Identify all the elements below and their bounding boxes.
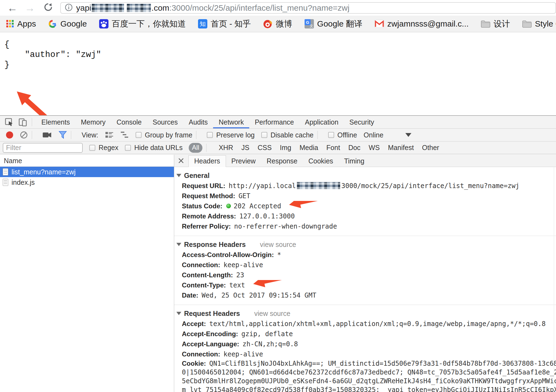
offline-toggle[interactable]: Offline [328,131,357,139]
filter-type-manifest[interactable]: Manifest [388,144,414,152]
divider [196,131,196,139]
document-icon [3,179,8,186]
tab-performance[interactable]: Performance [249,116,299,128]
divider [317,131,318,139]
filter-type-xhr[interactable]: XHR [219,144,233,152]
collapse-triangle-icon[interactable] [176,174,181,177]
censored-pixelation [92,4,124,12]
bookmark-weibo[interactable]: 微博 [263,18,292,30]
section-title[interactable]: General [184,172,210,180]
collapse-triangle-icon[interactable] [176,312,181,315]
reload-icon[interactable] [43,2,53,14]
network-main: Name list_menu?name=zwj index.js Headers… [0,155,556,392]
view-source-link[interactable]: view source [254,310,290,318]
view-list-icon[interactable] [105,131,114,139]
requests-panel: Name list_menu?name=zwj index.js [0,155,174,392]
devtools-tabbar: Elements Memory Console Sources Audits N… [0,116,556,129]
header-row-accept-encoding: Accept-Encoding: gzip, deflate [174,329,556,339]
detail-tabbar: Headers Preview Response Cookies Timing [174,155,556,167]
header-row-cookie: Cookie:QN1=ClifB1lsjNoJO4bxLAhkAg==; UM_… [174,359,556,392]
request-row-selected[interactable]: list_menu?name=zwj [0,167,174,177]
tab-console[interactable]: Console [111,116,147,128]
requests-column-header[interactable]: Name [0,155,174,167]
tab-application[interactable]: Application [299,116,344,128]
bookmark-gmail[interactable]: zwjamnsss@gmail.c... [374,19,469,28]
filter-type-js[interactable]: JS [241,144,249,152]
tab-cookies[interactable]: Cookies [303,155,339,167]
request-row[interactable]: index.js [0,177,174,188]
bookmark-google-translate[interactable]: G 文 Google 翻译 [304,18,362,30]
filter-type-img[interactable]: Img [280,144,291,152]
tab-audits[interactable]: Audits [183,116,213,128]
tab-headers[interactable]: Headers [188,155,226,167]
filter-funnel-icon[interactable] [58,131,67,139]
checkbox-icon[interactable] [89,145,95,151]
gmail-icon [374,20,384,28]
disable-cache-toggle[interactable]: Disable cache [261,131,314,139]
red-annotation-arrow [252,284,291,286]
record-icon[interactable] [6,131,13,139]
device-toolbar-icon[interactable] [18,117,28,127]
tab-memory[interactable]: Memory [75,116,111,128]
close-icon[interactable] [177,157,185,164]
censored-pixelation [127,4,151,12]
filter-type-other[interactable]: Other [422,144,439,152]
header-row-accept-language: Accept-Language: zh-CN,zh;q=0.8 [174,339,556,349]
tab-preview[interactable]: Preview [226,155,261,167]
waterfall-view-icon[interactable] [120,131,129,139]
filter-type-doc[interactable]: Doc [348,144,360,152]
address-bar[interactable]: yapi.com:3000/mock/25/api/interface/list… [60,2,556,14]
throttling-dropdown-icon[interactable] [405,133,411,137]
collapse-triangle-icon[interactable] [176,243,181,246]
header-row-referrer-policy: Referrer Policy: no-referrer-when-downgr… [174,221,556,231]
hide-data-urls-toggle[interactable]: Hide data URLs [125,144,182,152]
checkbox-icon[interactable] [136,132,142,138]
network-filterbar: Regex Hide data URLs All XHR JS CSS Img … [0,142,556,154]
filter-input[interactable] [3,143,83,153]
bookmark-folder-design[interactable]: 设计 [481,18,510,30]
filter-type-media[interactable]: Media [300,144,318,152]
checkbox-icon[interactable] [207,132,213,138]
header-row-request-method: Request Method: GET [174,191,556,201]
view-source-link[interactable]: view source [260,241,296,249]
apps-grid-icon [6,20,14,28]
bookmark-baidu[interactable]: 百度一下，你就知道 [99,18,186,30]
url-text: yapi.com:3000/mock/25/api/interface/list… [76,3,349,13]
svg-text:文: 文 [309,24,313,28]
request-detail-panel: Headers Preview Response Cookies Timing … [174,155,556,392]
regex-toggle[interactable]: Regex [89,144,118,152]
json-response-text: { "author": "zwj"} [4,39,101,70]
header-row-content-length: Content-Length: 23 [174,270,556,280]
bookmark-google[interactable]: Google [48,19,87,28]
throttling-select[interactable]: Online [364,131,383,139]
bookmark-apps[interactable]: Apps [6,19,36,28]
checkbox-icon[interactable] [125,145,131,151]
filter-type-css[interactable]: CSS [257,144,271,152]
checkbox-icon[interactable] [328,132,334,138]
back-icon[interactable]: ← [7,3,18,13]
section-title[interactable]: Response Headers [184,241,246,249]
tab-elements[interactable]: Elements [36,116,75,128]
forward-icon[interactable]: → [25,3,35,13]
page-info-icon[interactable] [65,3,73,13]
tab-security[interactable]: Security [344,116,380,128]
bookmark-folder-style-guide[interactable]: Style Guide [522,19,556,28]
screenshot-capture-icon[interactable] [42,131,52,139]
inspect-element-icon[interactable] [4,117,14,127]
clear-icon[interactable] [20,131,28,139]
section-title[interactable]: Request Headers [184,310,240,318]
filter-type-all[interactable]: All [189,143,203,153]
preserve-log-toggle[interactable]: Preserve log [207,131,254,139]
tab-response[interactable]: Response [261,155,303,167]
header-row-accept: Accept: text/html,application/xhtml+xml,… [174,319,556,329]
group-by-frame-toggle[interactable]: Group by frame [136,131,193,139]
filter-type-ws[interactable]: WS [369,144,380,152]
tab-sources[interactable]: Sources [147,116,183,128]
svg-text:知: 知 [200,21,206,27]
tab-network[interactable]: Network [213,116,249,128]
bookmark-zhihu[interactable]: 知 首页 - 知乎 [198,18,251,30]
filter-type-font[interactable]: Font [326,144,340,152]
checkbox-icon[interactable] [261,132,267,138]
tab-timing[interactable]: Timing [339,155,370,167]
headers-content[interactable]: General Request URL: http://yapi.local30… [174,167,556,392]
